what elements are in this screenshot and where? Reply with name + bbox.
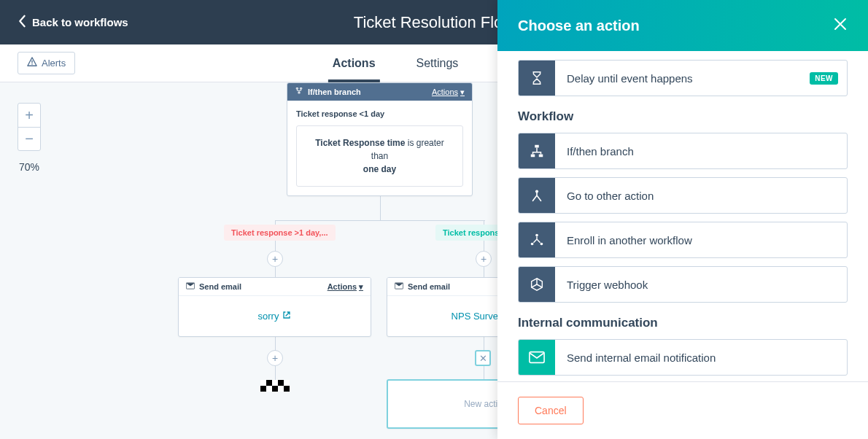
- node-header-label: Send email: [199, 282, 241, 291]
- action-label: Delay until event happens: [555, 61, 810, 96]
- hourglass-icon: [519, 61, 555, 96]
- page-title: Ticket Resolution Flow: [354, 13, 514, 32]
- node-send-email-left[interactable]: Send email Actions ▾ sorry: [178, 277, 371, 337]
- back-link-label: Back to workflows: [32, 16, 128, 28]
- action-label: Enroll in another workflow: [555, 222, 847, 257]
- action-label: Trigger webhook: [555, 267, 847, 302]
- action-item-trigger-webhook[interactable]: Trigger webhook: [518, 266, 848, 303]
- node-subtitle: Ticket response <1 day: [296, 109, 463, 118]
- action-item-internal-email[interactable]: Send internal email notification: [518, 339, 848, 376]
- zoom-level-label: 70%: [18, 161, 41, 173]
- mail-icon: [395, 281, 403, 292]
- node-actions-menu[interactable]: Actions ▾: [328, 282, 363, 292]
- enroll-icon: [519, 222, 555, 257]
- remove-action-button[interactable]: ✕: [475, 350, 491, 366]
- webhook-icon: [519, 267, 555, 302]
- svg-rect-6: [539, 155, 543, 158]
- add-action-button[interactable]: +: [267, 350, 283, 366]
- node-header-label: If/then branch: [308, 88, 361, 96]
- zoom-controls: + − 70%: [18, 103, 41, 173]
- cancel-button[interactable]: Cancel: [518, 397, 584, 424]
- node-actions-menu[interactable]: Actions ▾: [432, 88, 465, 97]
- choose-action-panel: Choose an action Delay until event happe…: [497, 0, 868, 439]
- node-header-label: Send email: [408, 282, 450, 291]
- alerts-button[interactable]: Alerts: [18, 52, 75, 74]
- svg-rect-4: [535, 145, 539, 148]
- svg-rect-5: [531, 155, 535, 158]
- panel-header: Choose an action: [497, 0, 868, 51]
- node-if-then-branch[interactable]: If/then branch Actions ▾ Ticket response…: [287, 82, 473, 196]
- caret-down-icon: ▾: [460, 88, 465, 97]
- action-group-internal: Internal communication: [518, 316, 848, 330]
- svg-point-8: [535, 234, 538, 237]
- action-label: If/then branch: [555, 133, 847, 168]
- action-group-workflow: Workflow: [518, 109, 848, 124]
- zoom-out-button[interactable]: −: [18, 127, 40, 150]
- branch-icon: [519, 133, 555, 168]
- action-label: Go to other action: [555, 178, 847, 213]
- tab-settings[interactable]: Settings: [416, 44, 459, 82]
- external-link-icon: [282, 311, 291, 322]
- tab-actions[interactable]: Actions: [333, 44, 376, 82]
- node-condition-box: Ticket Response time is greater than one…: [296, 125, 463, 187]
- panel-title: Choose an action: [518, 18, 640, 34]
- back-to-workflows-link[interactable]: Back to workflows: [0, 15, 128, 30]
- chevron-left-icon: [18, 15, 26, 30]
- zoom-in-button[interactable]: +: [18, 104, 40, 127]
- action-item-go-to-other-action[interactable]: Go to other action: [518, 177, 848, 214]
- new-badge: NEW: [810, 72, 838, 85]
- add-action-button[interactable]: +: [267, 251, 283, 267]
- panel-body: Delay until event happens NEW Workflow I…: [497, 51, 868, 381]
- action-item-enroll-workflow[interactable]: Enroll in another workflow: [518, 222, 848, 258]
- branch-label-red[interactable]: Ticket response >1 day,...: [224, 225, 336, 241]
- goto-icon: [519, 178, 555, 213]
- action-label: Send internal email notification: [555, 340, 847, 375]
- caret-down-icon: ▾: [359, 282, 363, 292]
- branch-icon: [295, 87, 303, 97]
- close-panel-button[interactable]: [833, 17, 848, 34]
- action-item-delay-until-event[interactable]: Delay until event happens NEW: [518, 60, 848, 96]
- email-link-sorry[interactable]: sorry: [258, 311, 292, 322]
- alerts-label: Alerts: [42, 58, 66, 69]
- add-action-button[interactable]: +: [476, 251, 492, 267]
- action-item-if-then-branch[interactable]: If/then branch: [518, 133, 848, 169]
- svg-point-10: [540, 243, 543, 246]
- svg-point-9: [531, 243, 534, 246]
- svg-rect-1: [31, 63, 32, 64]
- svg-rect-0: [31, 61, 32, 63]
- mail-icon: [186, 281, 195, 292]
- workflow-end-icon: [260, 380, 290, 392]
- panel-footer: Cancel: [497, 381, 868, 439]
- warning-icon: [27, 57, 37, 69]
- mail-icon: [519, 340, 555, 375]
- connector-line: [275, 220, 485, 221]
